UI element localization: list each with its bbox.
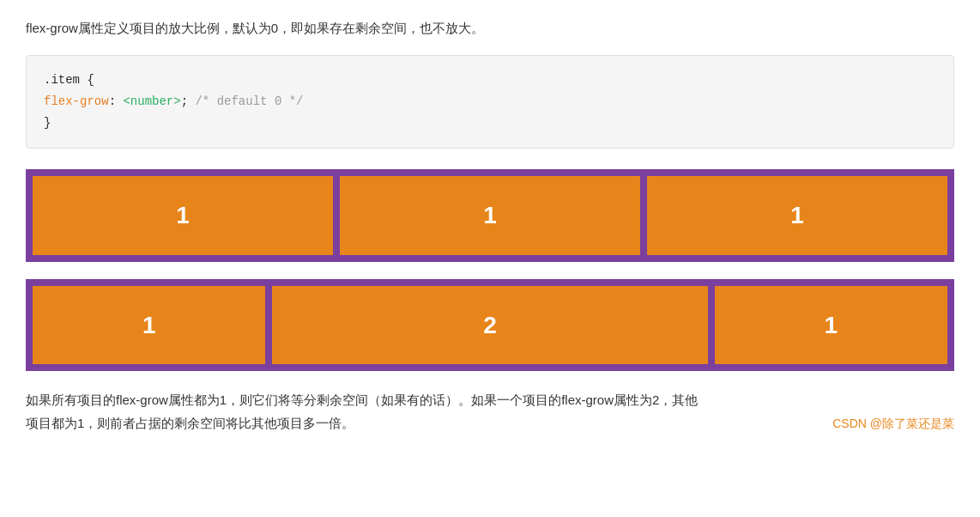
watermark: CSDN @除了菜还是菜 bbox=[832, 414, 954, 435]
flex-item-2-1: 1 bbox=[33, 286, 265, 365]
flex-item-2-2: 2 bbox=[272, 286, 707, 365]
demo-section-2: 1 2 1 bbox=[26, 279, 954, 372]
code-block: .item { flex-grow: <number>; /* default … bbox=[26, 55, 954, 149]
flex-item-1-3: 1 bbox=[647, 176, 947, 255]
code-line-closing: } bbox=[44, 113, 936, 134]
outro-line1: 如果所有项目的flex-grow属性都为1，则它们将等分剩余空间（如果有的话）。… bbox=[26, 392, 698, 407]
code-line-selector: .item { bbox=[44, 70, 936, 91]
flex-item-1-1: 1 bbox=[33, 176, 333, 255]
code-semicolon: ; bbox=[181, 94, 188, 108]
code-comment: /* default 0 */ bbox=[188, 94, 303, 108]
footer-section: 如果所有项目的flex-grow属性都为1，则它们将等分剩余空间（如果有的话）。… bbox=[26, 388, 954, 435]
code-property: flex-grow bbox=[44, 94, 109, 108]
outro-line2: 项目都为1，则前者占据的剩余空间将比其他项目多一倍。 bbox=[26, 416, 354, 430]
code-brace-close: } bbox=[44, 116, 51, 130]
intro-text: flex-grow属性定义项目的放大比例，默认为0，即如果存在剩余空间，也不放大… bbox=[26, 17, 954, 40]
code-selector: .item { bbox=[44, 73, 94, 87]
flex-container-2: 1 2 1 bbox=[26, 279, 954, 372]
flex-container-1: 1 1 1 bbox=[26, 169, 954, 262]
flex-item-2-3: 1 bbox=[715, 286, 947, 365]
flex-item-1-2: 1 bbox=[340, 176, 640, 255]
code-line-property: flex-grow: <number>; /* default 0 */ bbox=[44, 91, 936, 113]
code-colon: : bbox=[109, 94, 124, 108]
code-value: <number> bbox=[123, 94, 180, 108]
outro-text: 如果所有项目的flex-grow属性都为1，则它们将等分剩余空间（如果有的话）。… bbox=[26, 388, 815, 435]
demo-section-1: 1 1 1 bbox=[26, 169, 954, 262]
